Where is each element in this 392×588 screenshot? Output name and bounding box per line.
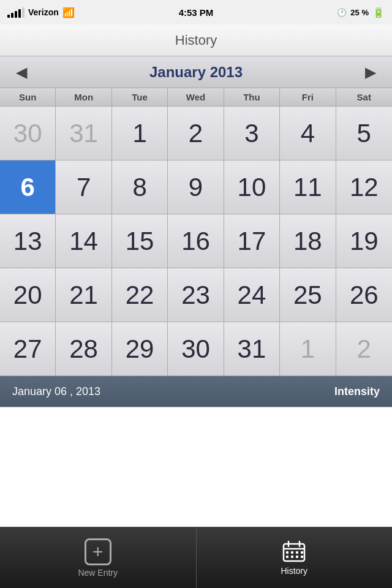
next-month-button[interactable]: ▶ [359, 61, 382, 83]
calendar-day[interactable]: 21 [56, 268, 111, 322]
plus-icon: + [85, 538, 111, 565]
calendar-day[interactable]: 30 [168, 322, 224, 376]
day-number: 24 [238, 281, 266, 310]
svg-rect-7 [301, 551, 303, 554]
tab-history[interactable]: History [197, 527, 393, 588]
day-number: 31 [69, 119, 98, 148]
month-title: January 2013 [149, 64, 243, 81]
dow-header: SunMonTueWedThuFriSat [0, 88, 392, 107]
dow-cell: Sat [336, 88, 392, 106]
calendar-day[interactable]: 2 [168, 107, 224, 160]
tab-new-entry[interactable]: + New Entry [0, 527, 197, 588]
day-number: 30 [181, 334, 210, 364]
day-number: 16 [181, 227, 210, 256]
day-number: 18 [293, 227, 322, 256]
calendar-day[interactable]: 12 [336, 160, 392, 214]
calendar-day[interactable]: 30 [0, 107, 56, 160]
calendar-day[interactable]: 6 [0, 160, 56, 214]
month-header: ◀ January 2013 ▶ [0, 56, 392, 88]
day-number: 19 [350, 227, 379, 256]
prev-month-button[interactable]: ◀ [10, 61, 33, 83]
day-number: 28 [69, 334, 98, 364]
dow-cell: Thu [224, 88, 280, 106]
dow-cell: Sun [0, 88, 56, 106]
day-number: 17 [238, 227, 266, 256]
day-number: 30 [13, 119, 42, 148]
status-time: 4:53 PM [179, 7, 214, 18]
calendar-icon [282, 540, 306, 564]
status-bar: Verizon 📶 4:53 PM 🕐 25 % 🔋 [0, 0, 392, 24]
calendar-day[interactable]: 17 [224, 214, 280, 268]
calendar-day[interactable]: 20 [0, 268, 56, 322]
day-number: 3 [244, 119, 258, 148]
calendar: ◀ January 2013 ▶ SunMonTueWedThuFriSat 3… [0, 56, 392, 407]
calendar-day[interactable]: 4 [280, 107, 336, 160]
calendar-day[interactable]: 3 [224, 107, 280, 160]
day-number: 7 [77, 173, 91, 202]
calendar-day[interactable]: 13 [0, 214, 56, 268]
calendar-day[interactable]: 31 [224, 322, 280, 376]
calendar-day[interactable]: 19 [336, 214, 392, 268]
svg-rect-11 [301, 556, 303, 558]
svg-rect-6 [296, 551, 298, 554]
dow-cell: Mon [56, 88, 111, 106]
day-number: 1 [132, 119, 146, 148]
day-number: 20 [13, 281, 42, 310]
calendar-day[interactable]: 8 [112, 160, 168, 214]
day-number: 31 [238, 334, 266, 364]
calendar-day[interactable]: 2 [336, 322, 392, 376]
day-number: 2 [357, 334, 371, 364]
day-number: 11 [293, 173, 322, 202]
calendar-day[interactable]: 25 [280, 268, 336, 322]
calendar-day[interactable]: 22 [112, 268, 168, 322]
day-number: 6 [21, 173, 35, 202]
calendar-day[interactable]: 26 [336, 268, 392, 322]
calendar-day[interactable]: 18 [280, 214, 336, 268]
svg-rect-5 [291, 551, 293, 554]
day-number: 8 [132, 173, 146, 202]
calendar-day[interactable]: 9 [168, 160, 224, 214]
tab-history-label: History [281, 566, 307, 576]
day-number: 2 [189, 119, 203, 148]
day-number: 21 [69, 281, 98, 310]
day-number: 14 [69, 227, 98, 256]
calendar-day[interactable]: 28 [56, 322, 111, 376]
svg-rect-8 [286, 556, 288, 558]
dow-cell: Tue [112, 88, 168, 106]
status-right: 🕐 25 % 🔋 [337, 7, 385, 18]
day-number: 22 [126, 281, 154, 310]
calendar-day[interactable]: 5 [336, 107, 392, 160]
calendar-day[interactable]: 1 [112, 107, 168, 160]
day-number: 1 [301, 334, 315, 364]
carrier-label: Verizon [28, 7, 59, 17]
dow-cell: Wed [168, 88, 224, 106]
day-number: 27 [13, 334, 42, 364]
wifi-icon: 📶 [62, 7, 75, 18]
clock-icon: 🕐 [337, 8, 347, 17]
calendar-day[interactable]: 15 [112, 214, 168, 268]
day-number: 25 [293, 281, 322, 310]
svg-rect-10 [296, 556, 298, 558]
day-number: 29 [126, 334, 154, 364]
calendar-day[interactable]: 27 [0, 322, 56, 376]
calendar-day[interactable]: 10 [224, 160, 280, 214]
day-number: 10 [238, 173, 266, 202]
day-number: 23 [181, 281, 210, 310]
signal-icon [7, 7, 24, 18]
battery-percent: 25 % [350, 8, 369, 17]
calendar-day[interactable]: 23 [168, 268, 224, 322]
calendar-day[interactable]: 14 [56, 214, 111, 268]
calendar-day[interactable]: 24 [224, 268, 280, 322]
calendar-day[interactable]: 11 [280, 160, 336, 214]
calendar-day[interactable]: 31 [56, 107, 111, 160]
calendar-day[interactable]: 1 [280, 322, 336, 376]
battery-icon: 🔋 [372, 7, 385, 18]
calendar-day[interactable]: 7 [56, 160, 111, 214]
nav-bar: History [0, 24, 392, 56]
svg-rect-9 [291, 556, 293, 558]
calendar-day[interactable]: 29 [112, 322, 168, 376]
day-number: 12 [350, 173, 379, 202]
calendar-day[interactable]: 16 [168, 214, 224, 268]
cal-grid: 3031123456789101112131415161718192021222… [0, 107, 392, 376]
dow-cell: Fri [280, 88, 336, 106]
